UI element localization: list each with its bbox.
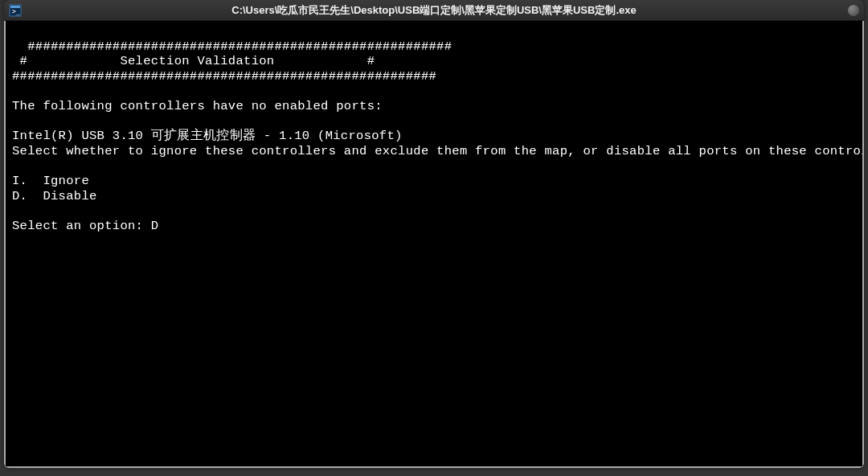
prompt-line: Select an option: D bbox=[12, 219, 158, 233]
option-disable: D. Disable bbox=[12, 189, 97, 203]
header-rule-top: ########################################… bbox=[12, 39, 452, 54]
message-no-ports: The following controllers have no enable… bbox=[12, 99, 383, 113]
prompt-label: Select an option: bbox=[12, 219, 151, 233]
svg-text:>_: >_ bbox=[12, 8, 20, 15]
app-icon: >_ bbox=[9, 4, 22, 17]
option-ignore: I. Ignore bbox=[12, 174, 89, 188]
header-rule-bottom: ########################################… bbox=[12, 69, 436, 84]
controller-name: Intel(R) USB 3.10 可扩展主机控制器 - 1.10 (Micro… bbox=[12, 129, 403, 143]
window-title: C:\Users\吃瓜市民王先生\Desktop\USB端口定制\黑苹果定制US… bbox=[231, 3, 636, 18]
instruction-text: Select whether to ignore these controlle… bbox=[12, 144, 864, 158]
minimize-button[interactable] bbox=[848, 5, 859, 16]
prompt-input-value[interactable]: D bbox=[151, 219, 159, 233]
header-title: # Selection Validation # bbox=[12, 54, 375, 68]
titlebar[interactable]: >_ C:\Users\吃瓜市民王先生\Desktop\USB端口定制\黑苹果定… bbox=[4, 0, 864, 21]
console-window: >_ C:\Users\吃瓜市民王先生\Desktop\USB端口定制\黑苹果定… bbox=[4, 0, 864, 468]
terminal-output[interactable]: ########################################… bbox=[4, 21, 864, 468]
